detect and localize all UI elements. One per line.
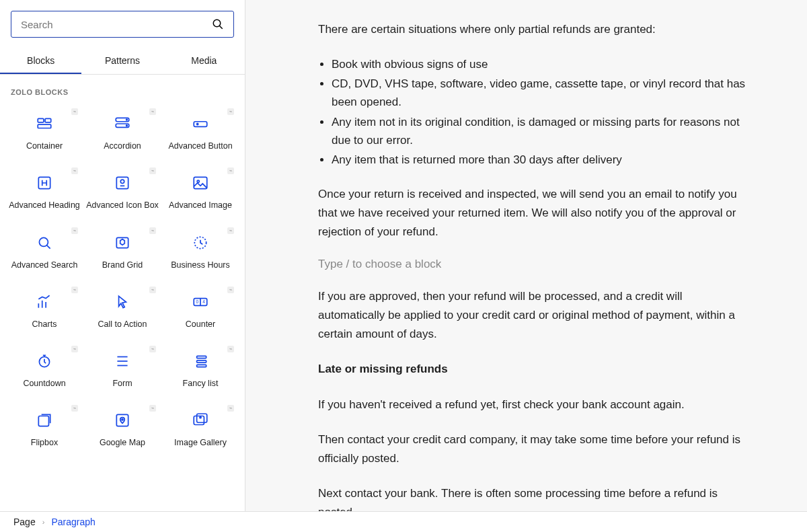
block-label: Image Gallery [174,437,227,448]
search-icon [36,234,53,252]
block-badge-icon: ⌁ [227,405,234,412]
block-label: Counter [186,319,215,330]
list-item[interactable]: Book with obvious signs of use [332,55,748,73]
accordion-icon [114,115,131,132]
block-badge-icon: ⌁ [71,346,78,352]
tab-media[interactable]: Media [163,48,245,74]
iconbox-icon [114,174,131,192]
block-label: Brand Grid [102,260,143,270]
block-badge-icon: ⌁ [227,287,234,293]
block-item-cta[interactable]: ⌁Call to Action [83,282,161,342]
search-wrap [0,0,245,48]
inserter-sidebar: Blocks Patterns Media ZOLO BLOCKS ⌁Conta… [0,0,245,511]
block-badge-icon: ⌁ [149,227,156,234]
block-badge-icon: ⌁ [71,405,78,412]
block-item-gallery[interactable]: ⌁Image Gallery [161,401,239,460]
block-label: Container [26,141,63,151]
hours-icon [192,234,209,252]
block-item-counter[interactable]: ⌁Counter [161,282,239,342]
cta-icon [114,293,131,311]
section-title: ZOLO BLOCKS [0,75,245,104]
search-box[interactable] [11,11,234,38]
paragraph[interactable]: Then contact your credit card company, i… [318,430,748,468]
block-item-search[interactable]: ⌁Advanced Search [5,223,83,282]
block-label: Advanced Image [169,200,232,211]
block-item-map[interactable]: ⌁Google Map [83,401,161,460]
block-item-accordion[interactable]: ⌁Accordion [83,104,161,163]
list-item[interactable]: Any item not in its original condition, … [332,113,748,149]
block-badge-icon: ⌁ [149,287,156,293]
block-placeholder[interactable]: Type / to choose a block [318,258,767,271]
block-item-form[interactable]: ⌁Form [83,342,161,401]
paragraph[interactable]: If you haven't received a refund yet, fi… [318,395,748,414]
paragraph[interactable]: There are certain situations where only … [318,20,748,39]
inserter-tabs: Blocks Patterns Media [0,48,245,75]
block-label: Countdown [23,378,65,389]
block-label: Charts [32,319,57,330]
block-label: Advanced Icon Box [86,200,159,211]
counter-icon [192,293,209,311]
map-icon [114,412,131,429]
block-label: Business Hours [171,260,230,270]
svg-point-0 [213,20,221,27]
block-label: Fancy list [183,378,219,389]
block-label: Form [112,378,132,389]
list[interactable]: Book with obvious signs of use CD, DVD, … [332,55,748,169]
fancylist-icon [192,352,209,370]
block-item-brandgrid[interactable]: ⌁Brand Grid [83,223,161,282]
block-badge-icon: ⌁ [227,167,234,174]
button-icon [192,115,209,132]
editor-canvas[interactable]: There are certain situations where only … [245,0,807,511]
block-badge-icon: ⌁ [71,287,78,293]
block-label: Advanced Heading [9,200,80,211]
list-item[interactable]: Any item that is returned more than 30 d… [332,151,748,169]
block-badge-icon: ⌁ [149,167,156,174]
heading-strong[interactable]: Late or missing refunds [318,360,748,379]
tab-patterns[interactable]: Patterns [81,48,163,74]
form-icon [114,352,131,370]
paragraph[interactable]: Next contact your bank. There is often s… [318,484,748,511]
breadcrumb: Page › Paragraph [0,511,807,532]
block-item-charts[interactable]: ⌁Charts [5,282,83,342]
block-label: Accordion [104,141,141,151]
countdown-icon [36,352,53,370]
breadcrumb-paragraph[interactable]: Paragraph [51,517,95,527]
charts-icon [36,293,53,311]
block-badge-icon: ⌁ [149,346,156,352]
paragraph[interactable]: Once your return is received and inspect… [318,185,748,241]
block-label: Flipbox [31,437,58,448]
block-item-iconbox[interactable]: ⌁Advanced Icon Box [83,163,161,223]
block-item-image[interactable]: ⌁Advanced Image [161,163,239,223]
svg-line-1 [219,26,223,29]
block-badge-icon: ⌁ [149,108,156,115]
chevron-right-icon: › [42,518,45,526]
block-item-fancylist[interactable]: ⌁Fancy list [161,342,239,401]
block-badge-icon: ⌁ [71,108,78,115]
container-icon [36,115,53,132]
block-item-button[interactable]: ⌁Advanced Button [161,104,239,163]
block-badge-icon: ⌁ [227,227,234,234]
list-item[interactable]: CD, DVD, VHS tape, software, video game,… [332,75,748,111]
search-input[interactable] [21,19,212,30]
brandgrid-icon [114,234,131,252]
block-label: Call to Action [98,319,147,330]
block-badge-icon: ⌁ [149,405,156,412]
search-icon [212,18,224,30]
block-item-heading[interactable]: ⌁Advanced Heading [5,163,83,223]
block-badge-icon: ⌁ [71,227,78,234]
block-badge-icon: ⌁ [71,167,78,174]
heading-icon [36,174,53,192]
block-item-hours[interactable]: ⌁Business Hours [161,223,239,282]
block-badge-icon: ⌁ [227,346,234,352]
block-label: Advanced Search [11,260,78,270]
breadcrumb-page[interactable]: Page [13,517,36,527]
block-item-container[interactable]: ⌁Container [5,104,83,163]
flipbox-icon [36,412,53,429]
tab-blocks[interactable]: Blocks [0,48,81,74]
gallery-icon [192,412,209,429]
block-item-flipbox[interactable]: ⌁Flipbox [5,401,83,460]
paragraph[interactable]: If you are approved, then your refund wi… [318,287,748,344]
block-label: Advanced Button [168,141,232,151]
block-label: Google Map [100,437,145,448]
block-item-countdown[interactable]: ⌁Countdown [5,342,83,401]
